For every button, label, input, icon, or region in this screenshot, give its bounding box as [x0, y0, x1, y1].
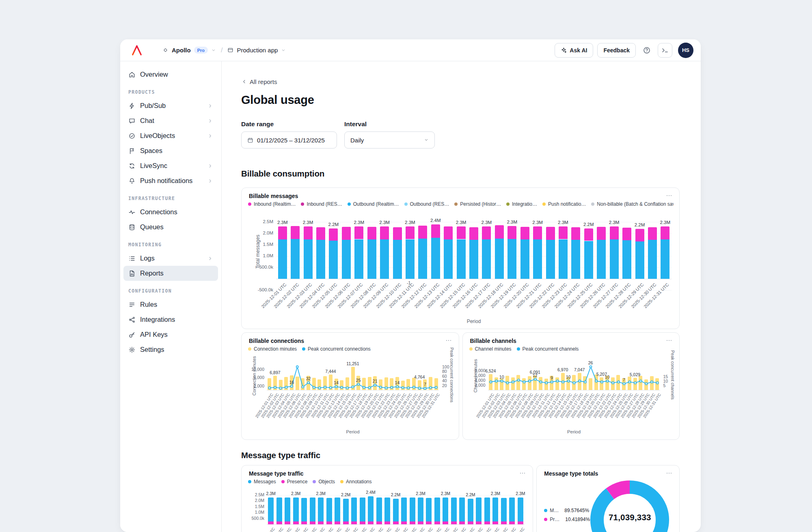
message-type-totals-card: Message type totals M…89.57645%Pr…10.418… — [536, 465, 680, 532]
sidebar-item-settings[interactable]: Settings — [123, 342, 218, 357]
legend-item[interactable]: Annotations — [340, 479, 371, 485]
legend-label: Connection minutes — [254, 346, 297, 352]
negative-value-annotation: -1 — [407, 280, 410, 285]
sidebar-item-rules[interactable]: Rules — [123, 297, 218, 312]
x-axis-title: Period — [276, 319, 672, 324]
back-link[interactable]: All reports — [241, 78, 277, 85]
sidebar-item-label: Push notifications — [140, 177, 192, 185]
sidebar-item-connections[interactable]: Connections — [123, 205, 218, 220]
sidebar-item-label: Pub/Sub — [140, 102, 166, 110]
bar-segment — [457, 226, 466, 239]
legend-label: Push notificatio… — [548, 201, 586, 207]
org-switcher[interactable]: Apollo Pro — [162, 45, 217, 55]
feedback-button[interactable]: Feedback — [597, 43, 636, 58]
line-point — [551, 381, 553, 383]
legend-item[interactable]: Push notificatio… — [542, 201, 586, 207]
card-menu-button[interactable] — [516, 468, 529, 479]
legend-item[interactable]: Outbound (Realtim… — [348, 201, 399, 207]
card-menu-button[interactable] — [663, 468, 675, 479]
bar-segment — [444, 226, 453, 239]
user-avatar[interactable]: HS — [678, 43, 693, 58]
legend-item[interactable]: Integratio… — [506, 201, 537, 207]
legend-item[interactable]: Presence — [281, 479, 308, 485]
line-point — [396, 386, 398, 388]
line-point — [291, 385, 293, 387]
bar-segment — [546, 240, 555, 279]
sidebar-item-queues[interactable]: Queues — [123, 220, 218, 235]
bar-value-label: 2.3M — [374, 220, 395, 225]
sidebar-section-label: CONFIGURATION — [123, 281, 218, 297]
legend-item[interactable]: Inbound (RES… — [301, 201, 342, 207]
bar-segment — [443, 521, 448, 524]
ably-logo[interactable] — [130, 43, 144, 57]
bar-value-label: 2.3M — [502, 220, 522, 224]
help-button[interactable] — [640, 43, 654, 57]
line-point — [584, 381, 586, 383]
sidebar-item-api-keys[interactable]: API Keys — [123, 327, 218, 342]
sidebar-item-pub-sub[interactable]: Pub/Sub — [123, 98, 218, 113]
bar-segment — [291, 239, 300, 279]
line-point — [407, 387, 409, 389]
sidebar-item-reports[interactable]: Reports — [123, 266, 218, 281]
legend-item[interactable]: Messages — [248, 479, 276, 485]
sidebar-item-push-notifications[interactable]: Push notifications — [123, 173, 218, 188]
app-switcher[interactable]: Production app — [227, 45, 287, 55]
line-point — [346, 387, 348, 389]
bar-segment — [431, 224, 440, 238]
terminal-button[interactable] — [658, 43, 672, 58]
bar-segment — [459, 498, 465, 522]
bar-segment — [482, 226, 491, 239]
bar-value-label: 2.3M — [485, 491, 505, 496]
legend-item[interactable]: Outbound (RES… — [404, 201, 449, 207]
sidebar-item-livesync[interactable]: LiveSync — [123, 158, 218, 173]
chart-legend: MessagesPresenceObjectsAnnotations — [248, 479, 527, 485]
chart-title: Billable connections — [249, 338, 304, 344]
bar-segment — [360, 498, 365, 521]
bar-segment — [351, 498, 357, 521]
sidebar-item-chat[interactable]: Chat — [123, 113, 218, 128]
bar-segment — [508, 239, 516, 279]
line-point — [512, 381, 514, 383]
bar-segment — [492, 521, 498, 524]
bar-segment — [268, 521, 274, 524]
line-point — [352, 386, 354, 388]
chevR-icon — [207, 118, 213, 124]
bar-segment — [351, 521, 357, 524]
y-axis-tick: 10,000 — [246, 367, 264, 372]
ask-ai-button[interactable]: Ask AI — [555, 43, 593, 58]
sidebar-item-integrations[interactable]: Integrations — [123, 312, 218, 327]
legend-item[interactable]: Peak concurrent channels — [517, 346, 579, 352]
legend-item[interactable]: Non-billable (Batch & Conflation saving… — [591, 201, 674, 207]
card-menu-button[interactable] — [663, 191, 675, 201]
bar-value-label: 2.3M — [298, 220, 318, 225]
legend-swatch — [506, 202, 510, 206]
sidebar-item-logs[interactable]: Logs — [123, 251, 218, 266]
bar-segment — [316, 240, 325, 279]
chart-title: Message type totals — [544, 470, 598, 477]
sidebar-item-label: API Keys — [140, 331, 168, 338]
bar-segment — [518, 498, 523, 521]
gear-icon — [128, 346, 136, 353]
bar-segment — [434, 498, 440, 522]
legend-item[interactable]: Inbound (Realtim… — [248, 201, 296, 207]
sidebar-item-spaces[interactable]: Spaces — [123, 143, 218, 158]
bar-value-label: 2.3M — [553, 220, 573, 225]
legend-item[interactable]: Persisted (Histor… — [454, 201, 501, 207]
legend-item[interactable]: Pr…10.41894% — [544, 517, 590, 522]
legend-value: 89.57645% — [564, 508, 589, 513]
legend-swatch — [404, 202, 408, 206]
legend-item[interactable]: M…89.57645% — [544, 508, 589, 513]
sidebar-item-liveobjects[interactable]: LiveObjects — [123, 128, 218, 143]
interval-select[interactable]: Daily — [344, 131, 435, 149]
legend-label: Channel minutes — [475, 346, 512, 352]
bar-segment — [533, 226, 542, 239]
bar-segment — [291, 226, 300, 239]
sidebar-item-overview[interactable]: Overview — [123, 67, 218, 82]
legend-item[interactable]: Peak concurrent connections — [302, 346, 371, 352]
bar-segment — [597, 227, 606, 239]
bar-segment — [610, 239, 619, 279]
date-range-input[interactable]: 01/12/2025 – 31/12/2025 — [241, 131, 337, 149]
bar-value-label: 2.3M — [435, 491, 456, 496]
legend-item[interactable]: Objects — [313, 479, 335, 485]
bar-segment — [406, 239, 415, 279]
